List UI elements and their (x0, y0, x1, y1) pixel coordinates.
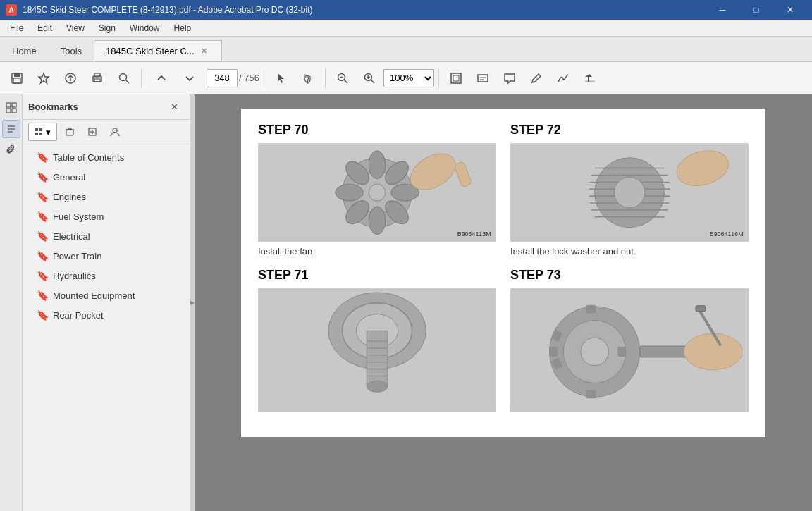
save-icon (11, 72, 23, 85)
cone-image-svg (259, 289, 496, 411)
minimize-button[interactable]: ─ (706, 0, 739, 20)
print-button[interactable] (85, 66, 110, 91)
hand-tool[interactable] (295, 66, 321, 91)
step-72-block: STEP 72 (510, 123, 749, 257)
bookmark-label-mounted: Mounted Equipment (53, 290, 135, 301)
upload-icon (64, 72, 77, 85)
search-button[interactable] (111, 66, 137, 91)
bookmark-flag-icon-7: 🔖 (37, 270, 49, 281)
separator-2 (264, 68, 264, 88)
paperclip-icon (6, 144, 17, 156)
bottom-step-row: STEP 71 (258, 268, 749, 412)
tab-close-button[interactable]: ✕ (199, 45, 210, 56)
view-options-dropdown[interactable]: ▾ (28, 123, 57, 141)
menu-help[interactable]: Help (167, 20, 199, 36)
search-icon (118, 72, 130, 85)
bookmark-flag-icon-8: 🔖 (37, 290, 49, 301)
zoom-out-button[interactable] (330, 66, 355, 91)
pen-icon (530, 72, 543, 85)
menu-edit[interactable]: Edit (30, 20, 59, 36)
svg-point-93 (684, 334, 742, 370)
share-button[interactable] (577, 66, 603, 91)
menu-sign[interactable]: Sign (92, 20, 123, 36)
step-70-title: STEP 70 (258, 123, 496, 137)
bookmark-item-general[interactable]: 🔖 General (23, 167, 190, 187)
svg-rect-88 (586, 305, 596, 314)
page-up-button[interactable] (149, 66, 174, 91)
bookmark-label-hydraulics: Hydraulics (53, 271, 96, 281)
maximize-button[interactable]: □ (740, 0, 773, 20)
menu-window[interactable]: Window (123, 20, 167, 36)
menu-view[interactable]: View (59, 20, 92, 36)
bookmark-label-general: General (53, 172, 85, 183)
bookmark-item-rearpocket[interactable]: 🔖 Rear Pocket (23, 305, 190, 325)
bookmark-flag-icon-2: 🔖 (37, 171, 49, 183)
svg-line-17 (371, 80, 374, 83)
zoom-out-icon (336, 72, 349, 85)
save-button[interactable] (4, 66, 30, 91)
step-71-block: STEP 71 (258, 268, 496, 412)
bookmark-flag-icon-6: 🔖 (37, 250, 49, 261)
bookmark-label-engines: Engines (53, 192, 86, 202)
svg-rect-24 (6, 103, 11, 107)
menu-file[interactable]: File (3, 20, 30, 36)
new-bookmark-button[interactable] (82, 123, 102, 141)
pdf-area[interactable]: STEP 70 (195, 94, 812, 511)
svg-marker-10 (278, 73, 284, 83)
bookmark-item-electrical[interactable]: 🔖 Electrical (23, 226, 190, 246)
cursor-icon (275, 72, 288, 85)
bookmark-label-fuel: Fuel System (53, 211, 104, 222)
svg-point-67 (614, 177, 644, 207)
svg-point-45 (369, 184, 386, 201)
sidebar-bookmark-btn[interactable] (2, 120, 20, 138)
step-73-title: STEP 73 (510, 268, 749, 283)
signature-button[interactable] (550, 66, 576, 91)
svg-rect-7 (94, 79, 100, 82)
svg-rect-25 (12, 103, 16, 107)
page-number-input[interactable]: 348 (207, 69, 238, 87)
tab-home[interactable]: Home (0, 40, 49, 61)
bookmark-settings-button[interactable] (105, 123, 125, 141)
page-down-button[interactable] (177, 66, 202, 91)
bookmark-item-engines[interactable]: 🔖 Engines (23, 187, 190, 207)
svg-rect-33 (35, 133, 38, 135)
bookmarks-panel: Bookmarks ✕ ▾ 🔖 (23, 94, 190, 511)
sidebar-thumbnail-btn[interactable] (2, 99, 20, 117)
bookmark-button[interactable] (31, 66, 56, 91)
close-panel-button[interactable]: ✕ (164, 98, 184, 116)
bookmark-label-toc: Table of Contents (53, 152, 124, 163)
delete-bookmark-button[interactable] (60, 123, 80, 141)
bookmark-item-hydraulics[interactable]: 🔖 Hydraulics (23, 266, 190, 285)
bookmark-item-mounted[interactable]: 🔖 Mounted Equipment (23, 285, 190, 305)
close-button[interactable]: ✕ (774, 0, 806, 20)
upload-button[interactable] (58, 66, 83, 91)
svg-line-9 (126, 80, 130, 83)
top-step-row: STEP 70 (258, 123, 749, 257)
fan-image-svg: B9064113M (259, 144, 496, 241)
step-72-title: STEP 72 (510, 123, 749, 137)
fit-page-button[interactable] (443, 66, 469, 91)
zoom-in-icon (363, 72, 376, 85)
form-icon (476, 72, 489, 85)
bookmark-item-toc[interactable]: 🔖 Table of Contents (23, 147, 190, 167)
form-button[interactable] (470, 66, 496, 91)
bookmark-item-powertrain[interactable]: 🔖 Power Train (23, 246, 190, 266)
step-73-image (510, 288, 749, 412)
step-72-image: B9064116M (510, 143, 749, 242)
sidebar-attachment-btn[interactable] (2, 141, 20, 159)
thumbnail-icon (6, 102, 17, 113)
separator-1 (141, 68, 142, 88)
step-71-image (258, 288, 496, 412)
app-icon: A (6, 4, 17, 16)
pen-button[interactable] (524, 66, 549, 91)
sidebar-icons (0, 94, 23, 511)
zoom-select[interactable]: 50% 75% 100% 125% 150% 200% (383, 69, 434, 87)
cursor-tool[interactable] (269, 66, 294, 91)
bookmarks-title: Bookmarks (28, 101, 159, 112)
zoom-in-button[interactable] (357, 66, 382, 91)
bookmark-item-fuel[interactable]: 🔖 Fuel System (23, 207, 190, 226)
tab-tools[interactable]: Tools (49, 40, 94, 61)
comment-button[interactable] (497, 66, 522, 91)
tab-document[interactable]: 1845C Skid Steer C... ✕ (94, 40, 222, 61)
comment-icon (503, 72, 516, 85)
